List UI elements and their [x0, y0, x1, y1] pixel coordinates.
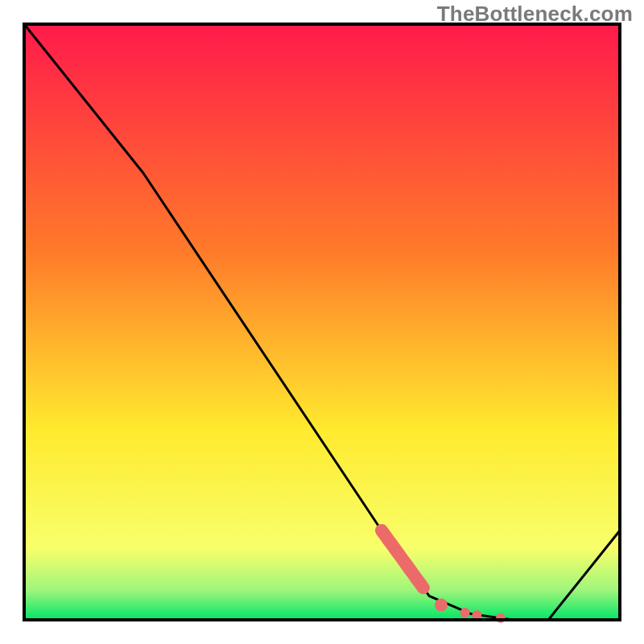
- chart-root: TheBottleneck.com: [0, 0, 644, 644]
- chart-svg: [0, 0, 644, 644]
- accent-point: [460, 608, 470, 617]
- watermark-text: TheBottleneck.com: [437, 2, 633, 27]
- plot-background: [24, 24, 620, 620]
- accent-point: [435, 599, 448, 612]
